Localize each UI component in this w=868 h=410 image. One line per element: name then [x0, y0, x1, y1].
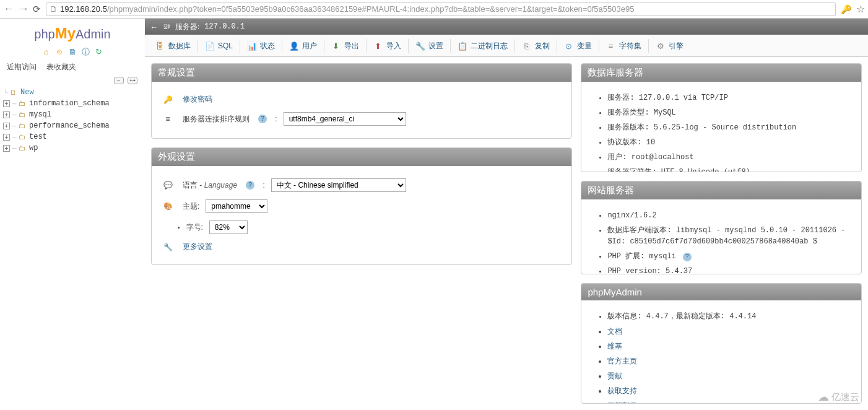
tab-SQL[interactable]: 📄SQL [198, 36, 240, 56]
panel-title: phpMyAdmin [581, 284, 861, 300]
theme-icon: 🎨 [163, 202, 173, 211]
browser-toolbar: ← → ⟳ 🗋 192.168.20.5 /phpmyadmin/index.p… [0, 0, 868, 19]
language-select[interactable]: 中文 - Chinese simplified [271, 178, 406, 192]
change-password-link[interactable]: 修改密码 [183, 94, 212, 105]
tab-label: SQL [218, 41, 233, 50]
url-host: 192.168.20.5 [60, 4, 107, 14]
sidebar-tabs: 近期访问 表收藏夹 [0, 61, 145, 74]
tab-二进制日志[interactable]: 📋二进制日志 [451, 35, 514, 56]
bookmark-icon[interactable]: ☆ [856, 3, 865, 15]
url-input[interactable]: 🗋 192.168.20.5 /phpmyadmin/index.php?tok… [46, 2, 836, 16]
database-tree: └🗋New +─🗀information_schema +─🗀mysql +─🗀… [0, 85, 145, 154]
server-info-item: 服务器字符集: UTF-8 Unicode (utf8) [607, 165, 850, 172]
link-icon[interactable]: ⊶ [128, 77, 137, 84]
tab-变量[interactable]: ⊙变量 [557, 35, 599, 56]
tab-icon: ≡ [606, 41, 615, 51]
more-settings-link[interactable]: 更多设置 [183, 242, 212, 252]
help-icon[interactable]: ? [246, 181, 254, 190]
tab-icon: 📋 [458, 41, 467, 51]
settings-icon: 🔧 [163, 243, 173, 251]
server-info-item: 协议版本: 10 [607, 135, 850, 150]
db-performance-schema[interactable]: +─🗀performance_schema [3, 120, 145, 131]
collapse-sidebar-icon[interactable]: ← [150, 22, 158, 32]
tab-icon: 📄 [205, 41, 214, 51]
theme-select[interactable]: pmahomme [206, 199, 267, 213]
main-tabs: 🗄数据库📄SQL📊状态👤用户⬇导出⬆导入🔧设置📋二进制日志⎘复制⊙变量≡字符集⚙… [145, 35, 868, 57]
tab-recent[interactable]: 近期访问 [5, 61, 38, 74]
key-icon[interactable]: 🔑 [841, 4, 851, 14]
webserver-info-item: 数据库客户端版本: libmysql - mysqlnd 5.0.10 - 20… [607, 223, 850, 249]
db-wp[interactable]: +─🗀wp [3, 142, 145, 154]
tab-icon: 📊 [247, 41, 256, 51]
watermark: ☁ 亿速云 [818, 390, 859, 404]
server-info-item: 服务器类型: MySQL [607, 105, 850, 120]
webserver-info-item: PHP 扩展: mysqli ? [607, 249, 850, 264]
pma-link[interactable]: 贡献 [607, 372, 622, 380]
tab-label: 数据库 [168, 41, 191, 51]
sql-icon[interactable]: 🗎 [67, 47, 77, 57]
server-info-item: 用户: root@localhost [607, 150, 850, 165]
pma-link[interactable]: 获取支持 [607, 386, 637, 395]
panel-web-server: 网站服务器 nginx/1.6.2数据库客户端版本: libmysql - my… [581, 181, 862, 274]
tab-icon: 🗄 [155, 41, 165, 51]
tab-icon: ⬇ [331, 41, 341, 51]
sidebar: phpMyAdmin ⌂ ⎋ 🗎 ⓘ ↻ 近期访问 表收藏夹 − ⊶ └🗋New… [0, 19, 145, 410]
server-icon: 🖳 [163, 22, 170, 31]
db-test[interactable]: +─🗀test [3, 131, 145, 142]
collation-icon: ≡ [163, 115, 173, 123]
tab-label: 导出 [344, 41, 359, 51]
tab-label: 状态 [260, 41, 275, 51]
tab-引擎[interactable]: ⚙引擎 [649, 35, 690, 56]
tab-label: 字符集 [619, 41, 641, 51]
tab-状态[interactable]: 📊状态 [240, 35, 282, 56]
tab-icon: ⬆ [373, 41, 383, 51]
panel-database-server: 数据库服务器 服务器: 127.0.0.1 via TCP/IP服务器类型: M… [581, 63, 862, 172]
fontsize-select[interactable]: 82% [209, 220, 248, 234]
panel-title: 常规设置 [152, 64, 571, 82]
collapse-all-icon[interactable]: − [114, 77, 124, 84]
panel-phpmyadmin: phpMyAdmin 版本信息: 4.4.7，最新稳定版本: 4.4.14文档维… [581, 283, 862, 404]
back-icon: ← [3, 2, 13, 15]
panel-title: 网站服务器 [581, 181, 861, 199]
url-path: /phpmyadmin/index.php?token=0f5a5503e95b… [107, 4, 634, 14]
tab-label: 变量 [577, 41, 592, 51]
docs-icon[interactable]: ⓘ [80, 46, 90, 56]
password-icon: 🔑 [163, 95, 173, 104]
tab-设置[interactable]: 🔧设置 [409, 35, 450, 56]
panel-general-settings: 常规设置 🔑 修改密码 ≡ 服务器连接排序规则 ? : utf8mb4_gene… [151, 63, 572, 139]
tab-label: 导入 [386, 41, 401, 51]
tab-icon: 👤 [289, 41, 298, 51]
language-icon: 💬 [163, 181, 173, 190]
tab-数据库[interactable]: 🗄数据库 [149, 35, 197, 56]
db-information-schema[interactable]: +─🗀information_schema [3, 98, 145, 109]
new-database[interactable]: └🗋New [3, 87, 145, 98]
fontsize-label: 字号: [186, 222, 203, 233]
panel-appearance-settings: 外观设置 💬 语言 - Language ? : 中文 - Chinese si… [151, 147, 572, 265]
sidebar-quick-icons: ⌂ ⎋ 🗎 ⓘ ↻ [0, 45, 145, 61]
logo[interactable]: phpMyAdmin [0, 19, 145, 45]
reload-icon[interactable]: ⟳ [33, 4, 41, 15]
tab-导入[interactable]: ⬆导入 [367, 35, 408, 56]
pma-link[interactable]: 官方主页 [607, 357, 637, 365]
nav-reload-icon[interactable]: ↻ [94, 47, 104, 57]
pma-link[interactable]: 更新列表 [607, 401, 637, 404]
tab-icon: ⚙ [656, 41, 665, 51]
tab-label: 用户 [302, 41, 317, 51]
help-icon[interactable]: ? [258, 115, 267, 123]
pma-link[interactable]: 维基 [607, 342, 622, 351]
logout-icon[interactable]: ⎋ [54, 47, 64, 57]
help-icon[interactable]: ? [683, 253, 692, 261]
server-breadcrumb: ← 🖳 服务器: 127.0.0.1 [145, 19, 868, 35]
db-mysql[interactable]: +─🗀mysql [3, 109, 145, 120]
tab-用户[interactable]: 👤用户 [282, 35, 324, 56]
home-icon[interactable]: ⌂ [41, 47, 51, 57]
language-label: 语言 - Language [183, 180, 237, 191]
tab-label: 复制 [535, 41, 550, 51]
tab-导出[interactable]: ⬇导出 [324, 35, 366, 56]
tab-字符集[interactable]: ≡字符集 [599, 35, 648, 56]
tab-icon: 🔧 [415, 41, 425, 51]
tab-favorites[interactable]: 表收藏夹 [45, 61, 78, 74]
collation-select[interactable]: utf8mb4_general_ci [284, 112, 406, 126]
tab-复制[interactable]: ⎘复制 [515, 35, 557, 56]
pma-link[interactable]: 文档 [607, 327, 622, 336]
